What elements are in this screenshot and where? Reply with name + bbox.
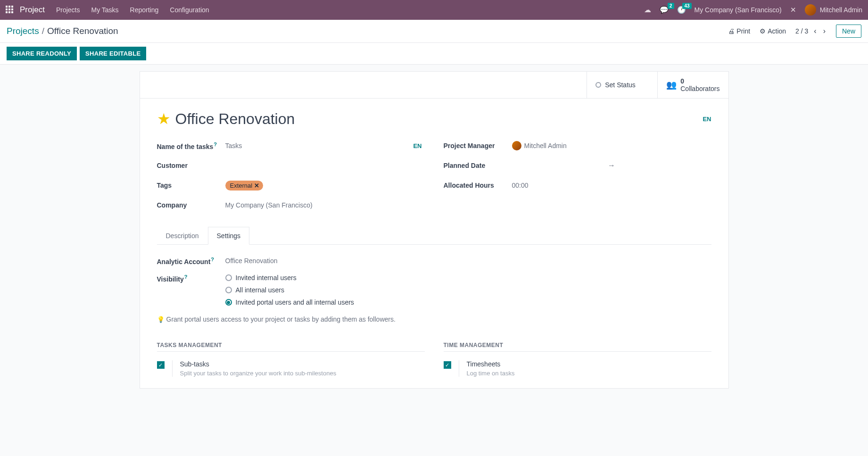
allocated-hours-value[interactable]: 00:00 — [512, 182, 711, 189]
set-status-stat[interactable]: Set Status — [587, 72, 657, 98]
company-switcher[interactable]: My Company (San Francisco) — [694, 6, 782, 14]
name-of-tasks-value[interactable]: Tasks — [225, 142, 413, 149]
visibility-radio-group: Invited internal users All internal user… — [225, 274, 354, 306]
tab-settings[interactable]: Settings — [208, 227, 250, 245]
message-count-badge: 2 — [668, 3, 674, 9]
tag-remove-icon[interactable]: ✕ — [254, 182, 259, 189]
nav-my-tasks[interactable]: My Tasks — [91, 6, 119, 14]
collaborators-icon: 👥 — [666, 80, 677, 90]
radio-icon — [225, 287, 232, 293]
messaging-icon[interactable]: 💬2 — [660, 6, 669, 14]
navbar-left: Project Projects My Tasks Reporting Conf… — [6, 5, 209, 15]
field-company: Company My Company (San Francisco) — [157, 199, 425, 212]
tasks-management-section: TASKS MANAGEMENT ✓ Sub-tasks Split your … — [157, 342, 425, 377]
company-value[interactable]: My Company (San Francisco) — [225, 201, 425, 209]
pager-next-icon[interactable]: › — [822, 27, 827, 35]
visibility-opt-all-internal[interactable]: All internal users — [225, 286, 354, 294]
visibility-opt-invited-internal[interactable]: Invited internal users — [225, 274, 354, 282]
analytic-account-value[interactable]: Office Renovation — [225, 257, 711, 265]
breadcrumb-separator: / — [42, 26, 44, 36]
control-actions: 🖨 Print ⚙ Action 2 / 3 ‹ › New — [728, 25, 861, 38]
pager-value[interactable]: 2 / 3 — [795, 27, 808, 35]
apps-icon[interactable] — [6, 6, 14, 14]
title-lang-badge[interactable]: EN — [703, 116, 711, 123]
user-name: Mitchell Admin — [820, 6, 862, 14]
form-right-col: Project Manager Mitchell Admin Planned D… — [444, 139, 711, 218]
visibility-hint: 💡 Grant portal users access to your proj… — [157, 315, 711, 323]
timesheets-desc: Log time on tasks — [467, 370, 711, 377]
visibility-opt-portal-all[interactable]: Invited portal users and all internal us… — [225, 298, 354, 306]
breadcrumb-root[interactable]: Projects — [7, 26, 39, 36]
control-panel: Projects / Office Renovation 🖨 Print ⚙ A… — [0, 20, 868, 43]
activity-icon[interactable]: 🕐43 — [677, 6, 686, 14]
print-icon: 🖨 — [728, 27, 735, 35]
help-icon[interactable]: ? — [211, 257, 214, 262]
navbar-right: ☁ 💬2 🕐43 My Company (San Francisco) ✕ Mi… — [644, 4, 862, 16]
field-allocated-hours: Allocated Hours 00:00 — [444, 179, 711, 192]
project-manager-value[interactable]: Mitchell Admin — [512, 141, 711, 150]
collab-count: 0 — [680, 77, 719, 85]
tab-description[interactable]: Description — [157, 227, 208, 244]
action-button[interactable]: ⚙ Action — [760, 27, 786, 35]
tabs: Description Settings — [157, 227, 711, 245]
field-planned-date: Planned Date → — [444, 159, 711, 172]
help-icon[interactable]: ? — [184, 274, 188, 280]
statusbar: SHARE READONLY SHARE EDITABLE — [0, 43, 868, 65]
share-readonly-button[interactable]: SHARE READONLY — [7, 47, 77, 60]
timesheets-title: Timesheets — [467, 360, 711, 368]
tab-content-settings: Analytic Account? Office Renovation Visi… — [157, 245, 711, 377]
user-menu[interactable]: Mitchell Admin — [805, 4, 862, 16]
help-icon[interactable]: ? — [214, 141, 217, 147]
subtasks-checkbox[interactable]: ✓ — [157, 361, 165, 369]
section-title-time: TIME MANAGEMENT — [444, 342, 711, 352]
planned-date-value[interactable]: → — [512, 161, 711, 170]
breadcrumb-current: Office Renovation — [47, 26, 118, 36]
nav-configuration[interactable]: Configuration — [170, 6, 209, 14]
section-title-tasks: TASKS MANAGEMENT — [157, 342, 425, 352]
field-analytic-account: Analytic Account? Office Renovation — [157, 254, 711, 267]
settings-sections: TASKS MANAGEMENT ✓ Sub-tasks Split your … — [157, 342, 711, 377]
subtasks-desc: Split your tasks to organize your work i… — [180, 370, 425, 377]
feature-subtasks: ✓ Sub-tasks Split your tasks to organize… — [157, 360, 425, 377]
collab-label: Collaborators — [680, 85, 719, 92]
collaborators-stat[interactable]: 👥 0 Collaborators — [657, 72, 728, 98]
tags-value[interactable]: External ✕ — [225, 181, 425, 191]
status-circle-icon — [595, 82, 601, 88]
share-editable-button[interactable]: SHARE EDITABLE — [80, 47, 146, 60]
pager: 2 / 3 ‹ › — [795, 27, 827, 35]
field-tags: Tags External ✕ — [157, 179, 425, 192]
radio-icon — [225, 274, 232, 281]
app-brand[interactable]: Project — [20, 5, 45, 15]
breadcrumb: Projects / Office Renovation — [7, 26, 118, 36]
radio-checked-icon — [225, 299, 232, 306]
tools-icon[interactable]: ✕ — [790, 6, 796, 14]
form-grid: Name of the tasks? Tasks EN Customer Tag… — [157, 139, 711, 218]
form-left-col: Name of the tasks? Tasks EN Customer Tag… — [157, 139, 425, 218]
record-title[interactable]: Office Renovation — [175, 110, 295, 128]
field-customer: Customer — [157, 159, 425, 172]
support-icon[interactable]: ☁ — [644, 6, 651, 14]
feature-timesheets: ✓ Timesheets Log time on tasks — [444, 360, 711, 377]
main-navbar: Project Projects My Tasks Reporting Conf… — [0, 0, 868, 20]
activity-count-badge: 43 — [682, 3, 691, 9]
nav-menu: Projects My Tasks Reporting Configuratio… — [56, 6, 209, 14]
field-project-manager: Project Manager Mitchell Admin — [444, 139, 711, 152]
nav-projects[interactable]: Projects — [56, 6, 80, 14]
control-panel-top: Projects / Office Renovation 🖨 Print ⚙ A… — [7, 25, 861, 42]
gear-icon: ⚙ — [760, 27, 766, 35]
print-button[interactable]: 🖨 Print — [728, 27, 750, 35]
title-row: ★ Office Renovation EN — [157, 110, 711, 128]
timesheets-checkbox[interactable]: ✓ — [444, 361, 451, 369]
tasks-lang-badge[interactable]: EN — [413, 142, 424, 149]
new-button[interactable]: New — [836, 25, 861, 38]
user-avatar-icon — [805, 4, 816, 16]
arrow-right-icon: → — [608, 161, 615, 170]
field-visibility: Visibility? Invited internal users All i… — [157, 274, 711, 306]
pager-prev-icon[interactable]: ‹ — [813, 27, 817, 35]
time-management-section: TIME MANAGEMENT ✓ Timesheets Log time on… — [444, 342, 711, 377]
nav-reporting[interactable]: Reporting — [130, 6, 159, 14]
subtasks-title: Sub-tasks — [180, 360, 425, 368]
tag-external: External ✕ — [225, 181, 264, 191]
favorite-star-icon[interactable]: ★ — [157, 110, 171, 128]
stat-buttons-row: Set Status 👥 0 Collaborators — [140, 72, 728, 99]
